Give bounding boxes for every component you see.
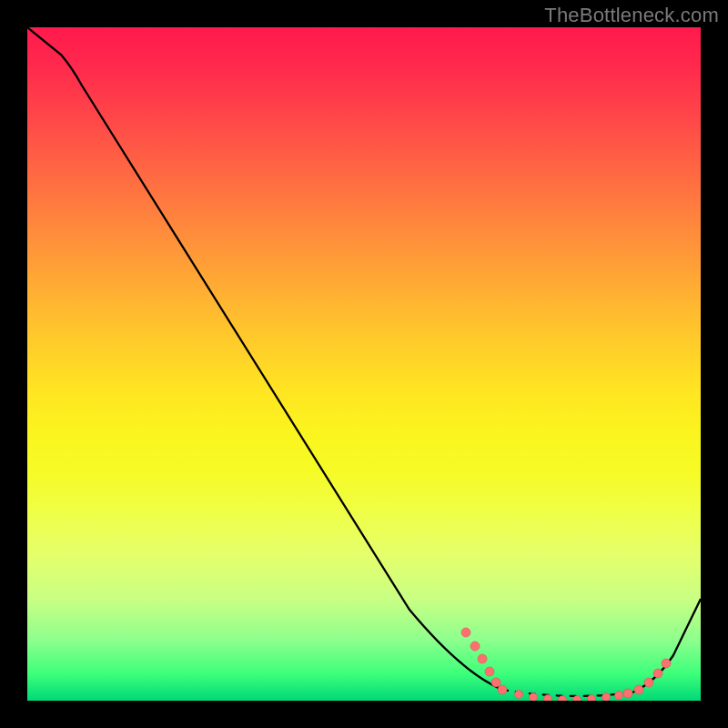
svg-point-9 (653, 669, 662, 678)
svg-point-0 (461, 628, 470, 637)
chart-frame: TheBottleneck.com (0, 0, 728, 728)
svg-point-17 (602, 693, 611, 702)
svg-point-11 (515, 691, 523, 699)
svg-point-18 (615, 692, 623, 700)
marker-group-right (623, 659, 671, 698)
svg-point-16 (588, 695, 596, 702)
bottleneck-curve (27, 27, 701, 693)
svg-point-8 (644, 678, 653, 687)
svg-point-7 (634, 685, 643, 694)
svg-point-3 (485, 667, 494, 676)
curve-svg (27, 27, 701, 701)
svg-point-12 (530, 693, 538, 702)
svg-point-6 (623, 689, 632, 698)
svg-point-1 (470, 642, 480, 651)
svg-point-10 (662, 659, 671, 668)
marker-group-bottom (515, 691, 623, 702)
svg-point-2 (478, 654, 487, 663)
plot-area (27, 27, 701, 701)
watermark-text: TheBottleneck.com (544, 4, 719, 27)
svg-point-5 (498, 685, 507, 694)
svg-point-4 (491, 678, 500, 687)
svg-point-13 (544, 695, 552, 702)
marker-group-left (461, 628, 507, 694)
